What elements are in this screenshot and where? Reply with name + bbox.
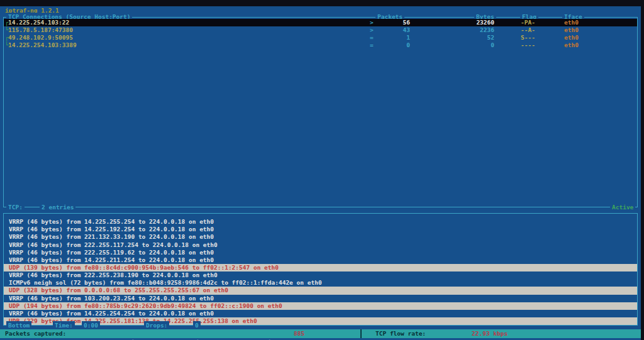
packets-captured-label: Packets captured:	[5, 329, 66, 338]
active-status-badge: Active	[610, 203, 635, 211]
tcp-connection-row[interactable]: ┌ 14.225.254.103:22 > 56 23260 -PA- eth0	[4, 19, 637, 26]
bytes-value: 2236	[436, 26, 494, 34]
statusbar-divider	[360, 329, 362, 338]
packet-message-row: VRRP (46 bytes) from 14.225.254.254 to 2…	[4, 310, 637, 317]
iface-value: eth0	[564, 26, 579, 34]
flag-value: ----	[521, 41, 535, 49]
msg-footer-label: Bottom	[6, 321, 31, 329]
packet-message-row: VRRP (46 bytes) from 222.255.119.62 to 2…	[4, 249, 637, 256]
packet-message-row: VRRP (46 bytes) from 222.255.117.254 to …	[4, 241, 637, 249]
packets-captured-value: 885	[294, 329, 304, 338]
bytes-value: 23260	[436, 19, 494, 26]
packet-message-row-alert: UDP (328 bytes) from 0.0.0.0:68 to 255.2…	[4, 287, 637, 294]
status-bar: Packets captured: 885 TCP flow rate: 22.…	[0, 329, 641, 338]
packet-message-row: VRRP (46 bytes) from 221.132.33.190 to 2…	[4, 233, 637, 241]
packet-message-row: VRRP (46 bytes) from 103.200.23.254 to 2…	[4, 295, 637, 302]
packet-message-row-alert: UDP (139 bytes) from fe80::8c4d:c900:954…	[4, 264, 637, 271]
packet-message-row: VRRP (46 bytes) from 222.255.238.190 to …	[4, 271, 637, 279]
drops-label: Drops:	[144, 321, 169, 329]
drops-value: 0	[193, 321, 201, 329]
tcp-connection-row[interactable]: └ 115.78.5.187:47380 > 43 2236 --A- eth0	[4, 26, 637, 34]
tcp-flow-rate-label: TCP flow rate:	[375, 329, 426, 338]
flag-value: --A-	[521, 26, 535, 34]
connection-host: 14.225.254.103:3389	[8, 41, 77, 49]
packets-value: 0	[372, 41, 410, 49]
packet-message-row: VRRP (46 bytes) from 14.225.211.254 to 2…	[4, 256, 637, 264]
packets-value: 43	[372, 26, 410, 34]
bytes-value: 52	[436, 34, 494, 41]
flag-value: -PA-	[521, 19, 535, 26]
time-label: Time:	[53, 321, 75, 329]
tcp-entries-count: 2 entries	[40, 203, 75, 211]
terminal-screen: iptraf-ng 1.2.1 TCP Connections (Source …	[0, 6, 641, 340]
packet-message-row: ICMPv6 neigh sol (72 bytes) from fe80::b…	[4, 279, 637, 287]
packet-message-row: VRRP (46 bytes) from 14.225.255.254 to 2…	[4, 218, 637, 226]
flag-value: S---	[521, 34, 535, 41]
tcp-footer-label: TCP:	[6, 203, 25, 211]
iface-value: eth0	[564, 19, 579, 26]
connection-host: 49.248.102.9:50095	[8, 34, 73, 41]
iface-value: eth0	[564, 34, 579, 41]
time-value: 0:00	[82, 321, 100, 329]
tcp-flow-rate-value: 22.93 kbps	[472, 329, 508, 338]
iface-value: eth0	[564, 41, 579, 49]
packets-value: 1	[372, 34, 410, 41]
connection-host: 14.225.254.103:22	[8, 19, 69, 26]
tcp-connections-panel: TCP Connections (Source Host:Port) Packe…	[3, 17, 638, 207]
tcp-connection-row[interactable]: └ 14.225.254.103:3389 = 0 0 ---- eth0	[4, 41, 637, 49]
tcp-connection-row[interactable]: ┌ 49.248.102.9:50095 = 1 52 S--- eth0	[4, 34, 637, 41]
packets-value: 56	[372, 19, 410, 26]
packet-message-panel: VRRP (46 bytes) from 14.225.255.254 to 2…	[3, 213, 638, 326]
connection-host: 115.78.5.187:47380	[8, 26, 73, 34]
packet-message-row-alert: UDP (194 bytes) from fe80::785b:9c29:262…	[4, 302, 637, 310]
bytes-value: 0	[436, 41, 494, 49]
packet-message-row: VRRP (46 bytes) from 14.225.192.254 to 2…	[4, 226, 637, 233]
